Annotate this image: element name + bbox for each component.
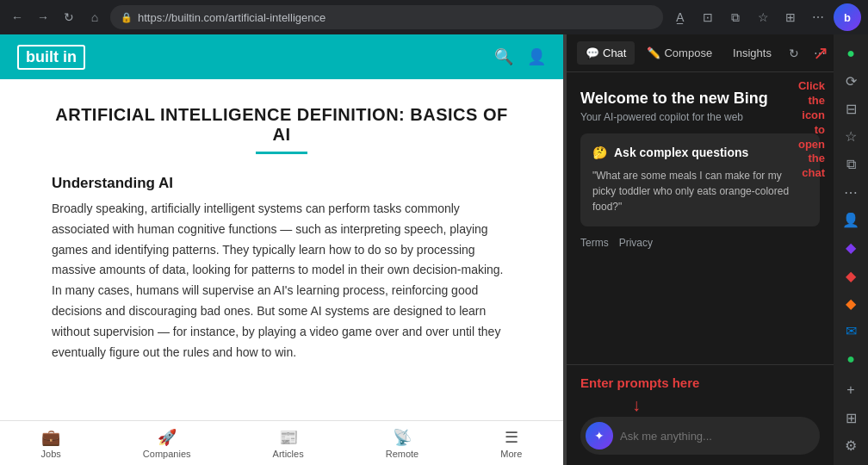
- article-title: ARTIFICIAL INTELLIGENCE DEFINITION: BASI…: [52, 105, 512, 145]
- card-emoji: 🤔: [592, 146, 607, 159]
- bing-card: 🤔 Ask complex questions "What are some m…: [580, 133, 820, 226]
- green-ext-icon[interactable]: ●: [837, 347, 865, 371]
- more-button[interactable]: ⋯: [806, 5, 830, 29]
- more-label: More: [500, 449, 522, 459]
- settings-icon[interactable]: ⚙: [837, 434, 865, 458]
- more-icon: ☰: [505, 428, 518, 447]
- browser-panels-icon[interactable]: ⊞: [837, 406, 865, 430]
- site-header: built in 🔍 👤: [0, 34, 563, 79]
- reader-button[interactable]: ⊡: [696, 5, 720, 29]
- bing-welcome: Welcome to the new Bing Your AI-powered …: [567, 72, 834, 133]
- bing-card-header: 🤔 Ask complex questions: [592, 146, 808, 159]
- title-underline: [256, 152, 307, 154]
- content-area: built in 🔍 👤 ARTIFICIAL INTELLIGENCE DEF…: [0, 34, 868, 465]
- nav-jobs[interactable]: 💼 Jobs: [41, 428, 61, 459]
- companies-label: Companies: [143, 449, 191, 459]
- companies-icon: 🚀: [158, 428, 177, 447]
- collections-button[interactable]: ⊞: [778, 5, 803, 29]
- whatsapp-icon[interactable]: ●: [837, 41, 865, 65]
- terms-link[interactable]: Terms: [580, 237, 609, 249]
- pip-button[interactable]: ⧉: [723, 5, 747, 29]
- nav-companies[interactable]: 🚀 Companies: [143, 428, 191, 459]
- bing-refresh-button[interactable]: ↻: [784, 43, 804, 64]
- articles-icon: 📰: [279, 428, 298, 447]
- insights-tab-label: Insights: [733, 46, 772, 59]
- bing-icon-wrapper: b ↗ Click the icon to open the chat: [834, 3, 861, 31]
- user-icon[interactable]: 👤: [527, 47, 546, 66]
- purple-ext-icon[interactable]: ◆: [837, 236, 865, 260]
- lock-icon: 🔒: [121, 12, 133, 23]
- nav-more[interactable]: ☰ More: [500, 428, 522, 459]
- grid-icon[interactable]: ⧉: [837, 152, 865, 177]
- bing-input-area: Enter prompts here ↓ ✦: [567, 364, 834, 465]
- tab-chat[interactable]: 💬 Chat: [577, 41, 635, 65]
- url-text: https://builtin.com/artificial-intellige…: [138, 11, 326, 24]
- chat-tab-label: Chat: [603, 46, 626, 59]
- browser-bar: ← → ↻ ⌂ 🔒 https://builtin.com/artificial…: [0, 0, 868, 34]
- outlook-icon[interactable]: ✉: [837, 319, 865, 344]
- search-icon[interactable]: 🔍: [494, 47, 513, 66]
- article-section-title: Understanding AI: [52, 175, 512, 192]
- compose-tab-icon: ✏️: [647, 46, 660, 59]
- bing-more-button[interactable]: ⋯: [809, 43, 830, 64]
- add-icon[interactable]: +: [837, 378, 865, 402]
- red-ext-icon[interactable]: ◆: [837, 264, 865, 288]
- privacy-link[interactable]: Privacy: [619, 237, 653, 249]
- enter-arrow-annotation: ↓: [632, 395, 820, 415]
- translate-button[interactable]: A̲: [668, 5, 692, 29]
- forward-button[interactable]: →: [33, 7, 53, 28]
- bing-input-row: ✦: [580, 417, 820, 455]
- bing-spacer: [567, 259, 834, 364]
- refresh-button[interactable]: ↻: [59, 7, 79, 28]
- compose-tab-label: Compose: [664, 46, 712, 59]
- refresh-extensions-icon[interactable]: ⟳: [837, 69, 865, 93]
- bing-button[interactable]: b: [834, 3, 861, 31]
- site-logo[interactable]: built in: [17, 45, 85, 70]
- site-header-icons: 🔍 👤: [494, 47, 546, 66]
- bing-panel: 💬 Chat ✏️ Compose Insights ↻ ⋯ ✕ Welcome…: [567, 34, 834, 465]
- remote-label: Remote: [386, 449, 419, 459]
- profile-icon[interactable]: 👤: [837, 208, 865, 232]
- card-title: Ask complex questions: [614, 146, 748, 159]
- home-button[interactable]: ⌂: [84, 7, 105, 28]
- jobs-icon: 💼: [41, 428, 60, 447]
- bing-welcome-subtitle: Your AI-powered copilot for the web: [580, 111, 820, 123]
- back-button[interactable]: ←: [7, 7, 28, 28]
- bing-footer-links: Terms Privacy: [567, 226, 834, 259]
- enter-prompts-annotation: Enter prompts here: [580, 375, 820, 390]
- article-body-text: Broadly speaking, artificially intellige…: [52, 199, 512, 363]
- article-body: ARTIFICIAL INTELLIGENCE DEFINITION: BASI…: [0, 79, 563, 420]
- tab-insights[interactable]: Insights: [724, 41, 780, 65]
- star-icon[interactable]: ☆: [837, 125, 865, 149]
- tab-compose[interactable]: ✏️ Compose: [638, 41, 721, 65]
- bing-send-button[interactable]: ✦: [586, 422, 613, 450]
- bing-welcome-title: Welcome to the new Bing: [580, 90, 820, 108]
- favorites-button[interactable]: ☆: [751, 5, 775, 29]
- jobs-label: Jobs: [41, 449, 61, 459]
- articles-label: Articles: [273, 449, 304, 459]
- bing-panel-header: 💬 Chat ✏️ Compose Insights ↻ ⋯ ✕: [567, 34, 834, 72]
- dots-icon[interactable]: ⋯: [837, 180, 865, 204]
- browser-actions: A̲ ⊡ ⧉ ☆ ⊞ ⋯ b ↗ Click the icon to open …: [668, 3, 861, 31]
- remote-icon: 📡: [393, 428, 412, 447]
- bing-card-body: "What are some meals I can make for my p…: [592, 168, 808, 214]
- chat-tab-icon: 💬: [586, 46, 599, 59]
- right-sidebar: ● ⟳ ⊟ ☆ ⧉ ⋯ 👤 ◆ ◆ ◆ ✉ ● + ⊞ ⚙: [834, 34, 868, 465]
- bing-ask-input[interactable]: [620, 430, 809, 443]
- website-content: built in 🔍 👤 ARTIFICIAL INTELLIGENCE DEF…: [0, 34, 563, 465]
- orange-ext-icon[interactable]: ◆: [837, 291, 865, 315]
- split-screen-icon[interactable]: ⊟: [837, 97, 865, 121]
- nav-remote[interactable]: 📡 Remote: [386, 428, 419, 459]
- address-bar[interactable]: 🔒 https://builtin.com/artificial-intelli…: [110, 5, 663, 29]
- bottom-nav: 💼 Jobs 🚀 Companies 📰 Articles 📡 Remote ☰: [0, 420, 563, 465]
- nav-articles[interactable]: 📰 Articles: [273, 428, 304, 459]
